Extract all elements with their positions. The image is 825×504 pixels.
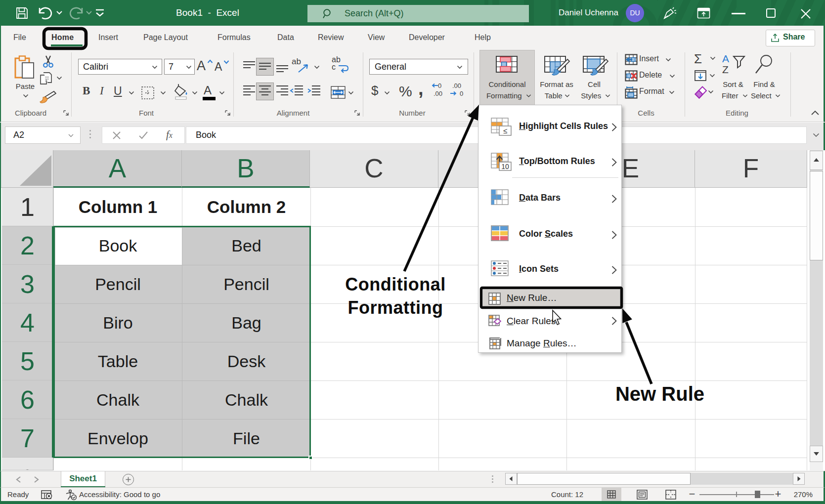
svg-text:≤: ≤ xyxy=(503,126,507,135)
svg-text:10: 10 xyxy=(501,163,509,170)
